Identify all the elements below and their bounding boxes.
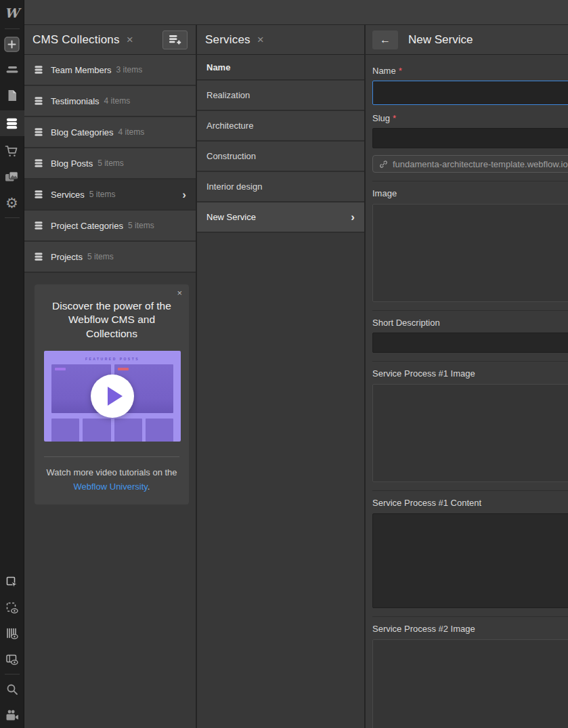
services-panel-title: Services <box>205 33 250 47</box>
chevron-right-icon: › <box>351 211 355 223</box>
service-row-new-service[interactable]: New Service › <box>197 202 364 233</box>
image-field-label: Image <box>372 188 568 198</box>
webflow-logo-button[interactable]: W <box>0 1 24 24</box>
thumbnail-card <box>51 419 79 442</box>
select-mode-button[interactable] <box>0 571 24 593</box>
edges-toggle-button[interactable] <box>0 648 24 670</box>
xray-eye-icon <box>5 601 18 614</box>
column-header-label: Name <box>206 62 230 72</box>
label-text: Short Description <box>372 318 440 328</box>
collection-row-blog-posts[interactable]: Blog Posts 5 items <box>24 148 196 179</box>
play-button[interactable] <box>91 374 134 418</box>
collection-row-project-categories[interactable]: Project Categories 5 items <box>24 211 196 242</box>
sp1-content-field[interactable] <box>372 513 568 608</box>
cms-collections-panel: CMS Collections × <box>24 25 197 728</box>
pages-button[interactable] <box>0 85 24 106</box>
cms-button[interactable] <box>0 110 24 136</box>
sp1-content-label: Service Process #1 Content <box>372 498 568 508</box>
promo-divider <box>44 456 179 457</box>
required-asterisk: * <box>399 66 402 76</box>
detail-panel-header: ← New Service <box>366 25 568 55</box>
slug-field[interactable] <box>372 128 568 148</box>
add-elements-button[interactable] <box>0 33 24 55</box>
field-group-slug: Slug* fundamenta-architecture-template.w… <box>372 113 568 173</box>
close-icon[interactable]: × <box>127 34 133 45</box>
thumbnail-card <box>114 419 142 442</box>
column-header-name: Name <box>197 55 364 81</box>
toolbar-divider <box>5 217 20 218</box>
top-bar <box>24 0 568 25</box>
add-collection-button[interactable] <box>162 30 188 49</box>
slug-url-preview[interactable]: fundamenta-architecture-template.webflow… <box>372 155 568 173</box>
add-collection-icon <box>169 35 181 45</box>
collection-icon <box>34 221 43 230</box>
thumbnail-card <box>83 419 110 442</box>
video-thumbnail[interactable]: FEATURED POSTS <box>44 351 181 442</box>
name-field[interactable] <box>372 81 568 105</box>
service-row-construction[interactable]: Construction <box>197 142 364 172</box>
slug-field-label: Slug* <box>372 113 568 123</box>
collection-row-team-members[interactable]: Team Members 3 items <box>24 55 196 86</box>
collection-icon <box>34 158 43 168</box>
edges-eye-icon <box>5 653 18 666</box>
collection-icon <box>34 96 43 106</box>
xray-mode-button[interactable] <box>0 597 24 618</box>
collection-row-blog-categories[interactable]: Blog Categories 4 items <box>24 117 196 148</box>
new-service-panel: ← New Service Name* Slug* <box>366 25 568 728</box>
cms-panel-header: CMS Collections × <box>24 25 196 55</box>
label-text: Service Process #1 Image <box>372 368 475 379</box>
collection-row-services[interactable]: Services 5 items › <box>24 179 196 211</box>
guides-toggle-button[interactable] <box>0 622 24 644</box>
service-name: Interior design <box>206 181 262 192</box>
close-icon[interactable]: × <box>257 34 264 45</box>
short-description-field[interactable] <box>372 333 568 353</box>
collection-icon <box>34 190 43 199</box>
label-text: Service Process #2 Image <box>372 624 475 634</box>
collection-name: Projects <box>51 252 83 262</box>
navigator-button[interactable] <box>0 59 24 81</box>
collection-name: Services <box>51 190 85 200</box>
settings-button[interactable]: ⚙ <box>0 192 24 213</box>
service-row-architecture[interactable]: Architecture <box>197 111 364 142</box>
promo-title: Discover the power of the Webflow CMS an… <box>44 299 179 341</box>
select-cursor-icon <box>5 576 18 588</box>
service-row-interior-design[interactable]: Interior design <box>197 172 364 202</box>
collection-row-projects[interactable]: Projects 5 items <box>24 242 196 273</box>
collection-name: Testimonials <box>51 96 100 106</box>
cms-database-icon <box>5 117 18 130</box>
collection-row-testimonials[interactable]: Testimonials 4 items <box>24 86 196 117</box>
search-button[interactable] <box>0 679 24 700</box>
sp2-image-dropzone[interactable] <box>372 639 568 728</box>
left-toolbar: W <box>0 0 24 728</box>
field-group-name: Name* <box>372 66 568 105</box>
toolbar-divider <box>5 28 20 29</box>
toolbar-divider <box>5 674 20 675</box>
field-group-short-description: Short Description <box>372 310 568 353</box>
field-group-sp1-content: Service Process #1 Content <box>372 490 568 608</box>
label-text: Name <box>372 66 396 76</box>
main-area: CMS Collections × <box>24 0 568 728</box>
webflow-logo: W <box>5 5 19 20</box>
ecommerce-button[interactable] <box>0 140 24 162</box>
thumbnail-small-cards <box>51 419 173 442</box>
back-button[interactable]: ← <box>372 30 398 49</box>
panel-empty-area <box>197 233 364 728</box>
collection-count: 5 items <box>97 158 124 168</box>
sp2-image-label: Service Process #2 Image <box>372 624 568 634</box>
assets-button[interactable] <box>0 166 24 188</box>
service-row-realization[interactable]: Realization <box>197 81 364 111</box>
services-panel: Services × Name Realization Architecture… <box>197 25 366 728</box>
promo-footer-text: Watch more video tutorials on the <box>46 467 177 477</box>
service-name: Architecture <box>206 121 253 131</box>
video-tutorials-button[interactable] <box>0 704 24 726</box>
collection-count: 5 items <box>128 221 154 230</box>
webflow-university-link[interactable]: Webflow University <box>74 481 148 492</box>
promo-footer-suffix: . <box>148 481 150 492</box>
panels-row: CMS Collections × <box>24 25 568 728</box>
sp1-image-dropzone[interactable] <box>372 384 568 482</box>
close-icon[interactable]: × <box>177 288 182 298</box>
image-dropzone[interactable] <box>372 204 568 302</box>
collection-icon <box>34 65 43 74</box>
gear-icon: ⚙ <box>5 196 18 210</box>
navigator-lines-icon <box>5 65 19 74</box>
